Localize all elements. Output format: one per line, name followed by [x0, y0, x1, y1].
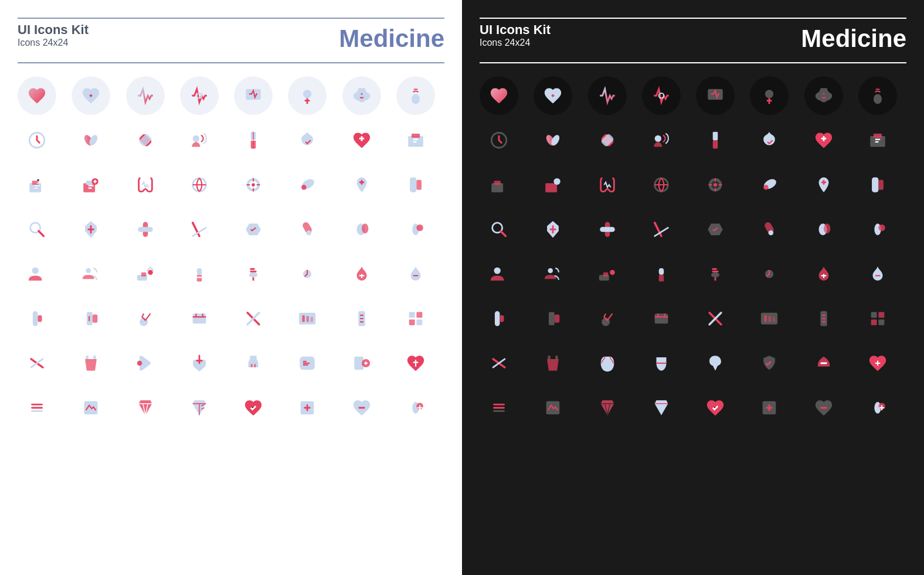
icon-cell-light [18, 255, 56, 293]
svg-point-43 [416, 225, 423, 231]
icon-cell-dark [858, 165, 897, 204]
icon-cell-light [72, 121, 110, 160]
icon-cell-dark [804, 121, 843, 160]
svg-rect-133 [500, 315, 504, 322]
icon-cell-dark [642, 299, 681, 338]
icon-cell-light [234, 299, 273, 338]
icon-cell-light [396, 299, 435, 338]
icon-cell-light [180, 388, 219, 427]
icon-cell-light [288, 388, 327, 427]
svg-point-72 [137, 361, 142, 366]
svg-point-124 [548, 268, 553, 273]
icon-cell-light [18, 344, 56, 383]
icon-cell-light [18, 121, 56, 160]
icon-cell-dark [534, 76, 572, 115]
icon-cell-light [396, 76, 435, 115]
icon-cell-light [288, 76, 327, 115]
icon-cell-dark [750, 210, 789, 249]
svg-rect-114 [600, 227, 615, 232]
icon-cell-light [342, 299, 381, 338]
icon-cell-light [18, 165, 56, 204]
icon-cell-light [234, 388, 273, 427]
icon-cell-light [72, 76, 110, 115]
icon-cell-dark [642, 388, 681, 427]
dark-panel: UI Icons Kit Icons 24x24 Medicine [462, 0, 924, 575]
svg-point-48 [148, 270, 153, 275]
icon-cell-dark [804, 255, 843, 293]
icon-cell-light [18, 388, 56, 427]
svg-point-39 [307, 230, 312, 235]
icon-cell-light [288, 165, 327, 204]
icon-cell-light [288, 210, 327, 249]
svg-rect-11 [138, 133, 152, 147]
svg-rect-31 [416, 180, 422, 190]
svg-rect-58 [192, 314, 206, 324]
icon-cell-light [126, 388, 165, 427]
kit-subtitle-dark: Icons 24x24 [480, 38, 551, 48]
svg-point-2 [303, 90, 311, 98]
icon-cell-light [72, 165, 110, 204]
svg-point-120 [824, 224, 830, 234]
svg-rect-126 [603, 272, 608, 276]
icon-cell-dark [588, 344, 627, 383]
icon-cell-light [396, 165, 435, 204]
icon-cell-dark [534, 344, 572, 383]
icon-cell-light [396, 210, 435, 249]
svg-point-29 [301, 185, 307, 190]
icon-cell-dark [858, 121, 897, 160]
icon-cell-light [288, 344, 327, 383]
icon-cell-light [342, 210, 381, 249]
icon-cell-dark [588, 299, 627, 338]
icon-cell-dark [480, 165, 518, 204]
icon-cell-dark [642, 165, 681, 204]
icon-cell-dark [534, 210, 572, 249]
svg-rect-110 [878, 180, 884, 190]
icon-cell-dark [804, 344, 843, 383]
svg-rect-63 [307, 316, 309, 322]
icon-cell-light [18, 210, 56, 249]
icon-cell-dark [534, 388, 572, 427]
svg-rect-148 [878, 319, 884, 325]
icon-cell-light [342, 165, 381, 204]
icon-cell-dark [480, 344, 518, 383]
svg-point-44 [32, 268, 39, 274]
icon-cell-light [180, 255, 219, 293]
icon-cell-dark [534, 299, 572, 338]
svg-rect-56 [93, 314, 98, 323]
kit-subtitle-light: Icons 24x24 [18, 38, 89, 48]
icon-cell-dark [480, 388, 518, 427]
svg-point-12 [192, 136, 199, 142]
svg-rect-132 [495, 311, 500, 326]
icon-cell-light [126, 121, 165, 160]
icon-cell-dark [534, 165, 572, 204]
icon-cell-dark [588, 388, 627, 427]
icon-cell-light [234, 344, 273, 383]
header-text-light: UI Icons Kit Icons 24x24 [18, 22, 89, 48]
svg-line-33 [39, 231, 44, 236]
header-content-light: UI Icons Kit Icons 24x24 Medicine [18, 22, 444, 58]
header-content-dark: UI Icons Kit Icons 24x24 Medicine [480, 22, 906, 58]
svg-rect-135 [555, 314, 560, 323]
icon-cell-light [180, 121, 219, 160]
svg-rect-142 [769, 316, 771, 322]
kit-title-light: UI Icons Kit [18, 22, 89, 38]
icon-cell-dark [858, 210, 897, 249]
svg-rect-95 [713, 132, 718, 140]
icons-grid-light [18, 76, 444, 427]
svg-rect-69 [416, 319, 422, 325]
svg-point-5 [361, 93, 362, 95]
icon-cell-light [72, 210, 110, 249]
icon-cell-light [180, 76, 219, 115]
svg-rect-68 [409, 319, 415, 325]
svg-rect-134 [549, 312, 555, 326]
icon-cell-dark [480, 121, 518, 160]
svg-rect-30 [410, 177, 416, 192]
svg-rect-18 [412, 134, 420, 138]
icon-cell-dark [696, 121, 735, 160]
icon-cell-light [126, 344, 165, 383]
top-divider-light [18, 18, 444, 19]
icon-cell-dark [750, 344, 789, 383]
bottom-divider-dark [480, 62, 906, 63]
svg-point-122 [878, 225, 885, 231]
svg-point-106 [714, 183, 717, 187]
